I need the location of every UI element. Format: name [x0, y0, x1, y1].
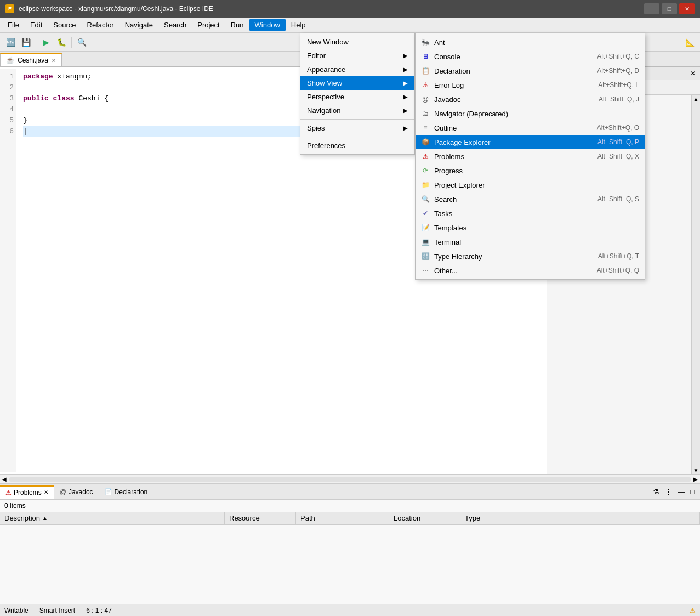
sv-other[interactable]: ⋯ Other... Alt+Shift+Q, Q: [416, 263, 645, 278]
sv-console[interactable]: 🖥 Console Alt+Shift+Q, C: [416, 49, 645, 64]
scroll-track[interactable]: [9, 477, 691, 482]
sv-outline[interactable]: ≡ Outline Alt+Shift+Q, O: [416, 121, 645, 135]
sv-problems[interactable]: ⚠ Problems Alt+Shift+Q, X: [416, 149, 645, 163]
tasks-label: Tasks: [434, 210, 452, 218]
menu-show-view[interactable]: Show View ▶: [300, 76, 414, 90]
editor-arrow: ▶: [403, 53, 408, 59]
errorlog-shortcut: Alt+Shift+Q, L: [598, 81, 639, 89]
menu-sep1: [300, 119, 414, 120]
sv-typehier[interactable]: 🔠 Type Hierarchy Alt+Shift+Q, T: [416, 249, 645, 263]
other-icon: ⋯: [421, 266, 430, 275]
sv-terminal[interactable]: 💻 Terminal: [416, 235, 645, 249]
problems-header: Description ▲ Resource Path Location Typ…: [0, 512, 700, 525]
showview-submenu: 🐜 Ant 🖥 Console Alt+Shift+Q, C 📋 Declara…: [415, 33, 645, 280]
menu-search[interactable]: Search: [158, 19, 192, 31]
terminal-icon: 💻: [421, 238, 430, 246]
sv-declaration[interactable]: 📋 Declaration Alt+Shift+Q, D: [416, 64, 645, 78]
outline-close-button[interactable]: ✕: [690, 70, 696, 77]
appearance-arrow: ▶: [403, 66, 408, 72]
minimize-button[interactable]: ─: [644, 3, 659, 14]
menu-navigation[interactable]: Navigation ▶: [300, 104, 414, 117]
spies-arrow: ▶: [403, 125, 408, 131]
menu-editor[interactable]: Editor ▶: [300, 49, 414, 63]
tab-declaration[interactable]: 📄 Declaration: [99, 485, 154, 499]
sv-projexplorer[interactable]: 📁 Project Explorer: [416, 178, 645, 192]
console-label: Console: [434, 53, 460, 61]
menu-navigate[interactable]: Navigate: [119, 19, 158, 31]
other-shortcut: Alt+Shift+Q, Q: [597, 267, 639, 274]
menu-help[interactable]: Help: [286, 19, 311, 31]
toolbar-new[interactable]: 🆕: [3, 35, 18, 49]
outline-scroll-up[interactable]: ▲: [692, 95, 700, 103]
perspective-arrow: ▶: [403, 94, 408, 100]
line-numbers: 1 2 3 4 5 6: [0, 69, 16, 472]
perspective-label: Perspective: [307, 93, 344, 101]
problems-icon: ⚠: [5, 489, 12, 496]
sv-package-explorer[interactable]: 📦 Package Explorer Alt+Shift+Q, P: [416, 135, 645, 149]
filter-btn[interactable]: ⚗: [651, 487, 662, 497]
menu-preferences[interactable]: Preferences: [300, 139, 414, 152]
menubar: File Edit Source Refactor Navigate Searc…: [0, 18, 700, 33]
outline-shortcut: Alt+Shift+Q, O: [597, 124, 639, 132]
appearance-label: Appearance: [307, 65, 345, 74]
view-menu-btn[interactable]: ⋮: [663, 487, 674, 497]
sv-tasks[interactable]: ✔ Tasks: [416, 206, 645, 221]
projexplorer-label: Project Explorer: [434, 181, 485, 189]
menu-appearance[interactable]: Appearance ▶: [300, 63, 414, 76]
menu-run[interactable]: Run: [225, 19, 249, 31]
toolbar-save[interactable]: 💾: [19, 35, 33, 49]
sv-javadoc[interactable]: @ Javadoc Alt+Shift+Q, J: [416, 92, 645, 106]
tab-close-button[interactable]: ✕: [52, 58, 56, 64]
menu-project[interactable]: Project: [192, 19, 225, 31]
outline-sv-icon: ≡: [421, 123, 430, 132]
status-warning-icon: ⚠: [690, 607, 696, 614]
declaration-sv-icon: 📋: [421, 66, 430, 75]
ant-label: Ant: [434, 38, 445, 47]
toolbar-search[interactable]: 🔍: [75, 35, 89, 49]
tab-problems[interactable]: ⚠ Problems ✕: [0, 485, 54, 499]
tab-javadoc[interactable]: @ Javadoc: [54, 485, 99, 499]
menu-window[interactable]: Window: [249, 19, 286, 31]
menu-refactor[interactable]: Refactor: [82, 19, 119, 31]
close-button[interactable]: ✕: [679, 3, 695, 14]
sv-progress[interactable]: ⟳ Progress: [416, 163, 645, 178]
menu-file[interactable]: File: [2, 19, 25, 31]
console-icon: 🖥: [421, 52, 430, 61]
sv-ant[interactable]: 🐜 Ant: [416, 35, 645, 49]
menu-perspective[interactable]: Perspective ▶: [300, 90, 414, 104]
outline-scroll-down[interactable]: ▼: [692, 466, 700, 474]
problems-close[interactable]: ✕: [44, 489, 48, 495]
toolbar-perspective[interactable]: 📐: [682, 35, 697, 49]
typehier-label: Type Hierarchy: [434, 252, 482, 261]
search-shortcut: Alt+Shift+Q, S: [597, 195, 639, 203]
sv-errorlog[interactable]: ⚠ Error Log Alt+Shift+Q, L: [416, 78, 645, 92]
menu-spies[interactable]: Spies ▶: [300, 121, 414, 135]
scroll-left-btn[interactable]: ◀: [0, 476, 9, 482]
status-insert: Smart Insert: [39, 607, 75, 614]
console-shortcut: Alt+Shift+Q, C: [597, 53, 639, 60]
toolbar-run[interactable]: ▶: [39, 35, 53, 49]
other-label: Other...: [434, 267, 458, 275]
editor-label: Editor: [307, 52, 326, 60]
menu-new-window[interactable]: New Window: [300, 35, 414, 49]
ant-icon: 🐜: [421, 38, 430, 47]
typehier-icon: 🔠: [421, 252, 430, 261]
maximize-button[interactable]: □: [662, 3, 677, 14]
navigator-icon: 🗂: [421, 109, 430, 118]
sv-templates[interactable]: 📝 Templates: [416, 221, 645, 235]
sv-search[interactable]: 🔍 Search Alt+Shift+Q, S: [416, 192, 645, 206]
maximize-view-btn[interactable]: □: [688, 487, 697, 497]
javadoc-shortcut: Alt+Shift+Q, J: [599, 95, 639, 103]
menu-edit[interactable]: Edit: [25, 19, 48, 31]
editor-tab-ceshi[interactable]: ☕ Ceshi.java ✕: [0, 53, 62, 66]
editor-scrollbar[interactable]: ◀ ▶: [0, 474, 700, 483]
scroll-right-btn[interactable]: ▶: [691, 476, 700, 482]
toolbar-debug[interactable]: 🐛: [54, 35, 69, 49]
spies-label: Spies: [307, 124, 325, 132]
projexplorer-icon: 📁: [421, 180, 430, 189]
menu-source[interactable]: Source: [48, 19, 81, 31]
typehier-shortcut: Alt+Shift+Q, T: [598, 252, 639, 260]
window-dropdown-menu: New Window Editor ▶ Appearance ▶ Show Vi…: [300, 33, 415, 155]
sv-navigator[interactable]: 🗂 Navigator (Deprecated): [416, 106, 645, 121]
minimize-view-btn[interactable]: —: [675, 487, 687, 497]
